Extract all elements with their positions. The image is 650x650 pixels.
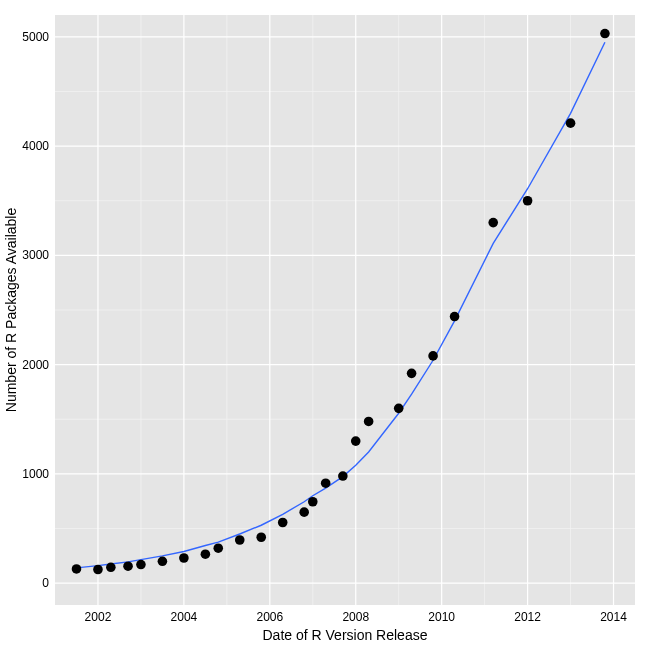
data-point: [278, 518, 288, 528]
data-point: [488, 218, 498, 228]
data-point: [158, 556, 168, 566]
data-point: [338, 471, 348, 481]
y-tick-label: 0: [42, 576, 49, 590]
data-point: [213, 543, 223, 553]
data-point: [201, 549, 211, 559]
x-axis-label: Date of R Version Release: [263, 627, 428, 643]
data-point: [407, 369, 417, 379]
data-point: [308, 497, 318, 507]
data-point: [566, 118, 576, 128]
data-point: [123, 561, 133, 571]
data-point: [600, 29, 610, 39]
data-point: [450, 312, 460, 322]
x-tick-label: 2012: [514, 610, 541, 624]
data-point: [299, 507, 309, 517]
y-tick-label: 1000: [22, 467, 49, 481]
x-tick-label: 2010: [428, 610, 455, 624]
data-point: [394, 404, 404, 414]
data-point: [351, 436, 361, 446]
data-point: [106, 563, 116, 573]
data-point: [72, 564, 82, 574]
data-point: [136, 560, 146, 570]
x-tick-label: 2008: [342, 610, 369, 624]
data-point: [179, 553, 189, 563]
y-tick-label: 3000: [22, 248, 49, 262]
data-point: [235, 535, 245, 545]
x-tick-label: 2014: [600, 610, 627, 624]
data-point: [523, 196, 533, 206]
y-axis-label: Number of R Packages Available: [3, 208, 19, 413]
x-tick-label: 2002: [85, 610, 112, 624]
scatter-plot: 2002200420062008201020122014010002000300…: [0, 0, 650, 650]
chart-container: 2002200420062008201020122014010002000300…: [0, 0, 650, 650]
y-tick-label: 5000: [22, 30, 49, 44]
x-tick-label: 2004: [171, 610, 198, 624]
data-point: [321, 478, 331, 488]
data-point: [93, 565, 103, 575]
data-point: [364, 417, 374, 427]
y-tick-label: 2000: [22, 358, 49, 372]
data-point: [428, 351, 438, 361]
data-point: [256, 532, 266, 542]
y-tick-label: 4000: [22, 139, 49, 153]
x-tick-label: 2006: [256, 610, 283, 624]
